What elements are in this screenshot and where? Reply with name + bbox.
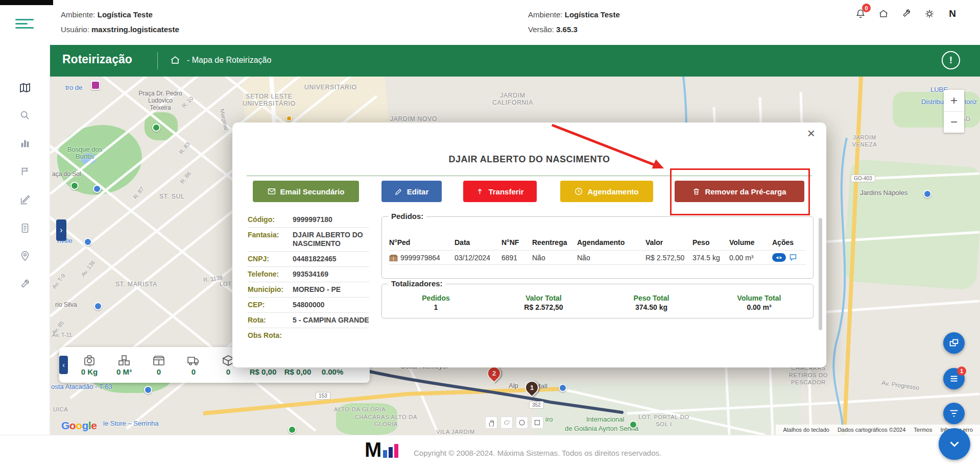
detail-row: Telefone:993534169 [248, 267, 369, 282]
zoom-out-button[interactable]: − [944, 112, 964, 133]
sidebar-item-chart-icon[interactable] [0, 133, 50, 154]
transit-marker-icon[interactable] [94, 302, 102, 310]
divider [247, 176, 812, 176]
zoom-control: + − [944, 90, 964, 133]
map-label: ST. SUL [159, 193, 185, 200]
maxima-logo: M [365, 441, 398, 458]
zoom-in-button[interactable]: + [944, 90, 964, 112]
notifications-bell-icon[interactable]: 0 [855, 8, 866, 19]
map-label: ST. MARISTA [115, 281, 157, 288]
store-marker-icon[interactable] [144, 386, 152, 394]
sidebar-item-routes-icon[interactable] [0, 161, 50, 182]
footer: M Copyright © 2008-2024. Máxima Sistemas… [0, 435, 980, 468]
stat-cargas: 0 [180, 354, 207, 376]
park-marker-icon[interactable] [70, 182, 79, 190]
total-pedidos: Pedidos 1 [382, 293, 490, 312]
header-icons: 0 N [855, 8, 958, 19]
panel-expander-button[interactable]: › [56, 219, 66, 241]
circle-select-icon[interactable] [516, 416, 528, 429]
map-label: SETOR LESTE UNIVERSITÁRIO [226, 93, 313, 107]
sidebar-item-map-icon[interactable] [0, 78, 50, 98]
wrench-icon[interactable] [901, 8, 912, 19]
stat-peso: Kg 0 Kg [76, 354, 103, 376]
sidebar-item-marker-icon[interactable] [0, 246, 50, 266]
transferir-button[interactable]: Transferir [463, 181, 537, 202]
filter-fab-icon[interactable] [943, 403, 965, 424]
close-icon[interactable]: × [807, 127, 815, 140]
map-label: JARDIM VENEZA [842, 134, 888, 148]
arrow-up-icon [476, 188, 484, 195]
email-secundario-button[interactable]: Email Secundário [253, 181, 359, 202]
detail-row: Rota:5 - CAMPINA GRANDE [248, 313, 369, 328]
breadcrumb-home-icon[interactable] [170, 55, 181, 66]
editar-button[interactable]: Editar [381, 181, 442, 202]
poi-marker-icon[interactable] [286, 115, 292, 121]
collapse-stats-button[interactable]: ‹ [59, 356, 68, 374]
pedidos-table: N°Ped Data N°NF Reentrega Agendamento Va… [389, 238, 806, 265]
stat-volume: 0 M³ [110, 354, 138, 376]
map-layers-fab-icon[interactable] [943, 332, 965, 354]
detail-row: Município:MORENO - PE [248, 282, 369, 298]
svg-text:Kg: Kg [88, 363, 91, 366]
sidebar-item-search-icon[interactable] [0, 105, 50, 126]
clock-icon [575, 187, 583, 195]
cubes-icon [117, 354, 131, 367]
park-marker-icon[interactable] [288, 426, 296, 434]
keyboard-shortcuts-link[interactable]: Atalhos do teclado [779, 427, 833, 433]
pencil-icon [395, 188, 402, 195]
shopping-marker-icon[interactable] [91, 81, 100, 90]
rectangle-select-icon[interactable] [531, 416, 543, 429]
hamburger-menu-icon[interactable] [15, 18, 36, 32]
detail-row: Código:9999997180 [248, 212, 369, 228]
sidebar-item-edit-icon[interactable] [0, 190, 50, 210]
park-marker-icon[interactable] [152, 124, 160, 132]
poi-marker-icon[interactable] [923, 190, 931, 198]
map-label: tro de [65, 84, 82, 91]
terms-link[interactable]: Termos [910, 427, 936, 433]
total-peso: Peso Total 374.50 kg [597, 293, 705, 312]
version-info: Ambiente: Logística Teste Versão: 3.65.3 [528, 7, 620, 37]
table-header-row: N°Ped Data N°NF Reentrega Agendamento Va… [389, 238, 806, 250]
route-list-fab-icon[interactable]: 1 [943, 368, 965, 389]
transit-marker-icon[interactable] [84, 238, 92, 246]
map-label: JARDIM NOVO [390, 115, 437, 122]
brand-n-icon[interactable]: N [947, 8, 958, 19]
ambiente-value: Logística Teste [98, 10, 153, 19]
map-label: Praça Dr. Pedro Ludovico Teixeira [137, 90, 184, 111]
alert-button[interactable]: ! [942, 51, 960, 69]
map-label: CHÁCARAS RETIROS DO PESCADOR [779, 364, 838, 386]
usuario-value: maxstring.logisticateste [91, 25, 179, 34]
remover-pre-carga-button[interactable]: Remover da Pré-carga [675, 181, 804, 202]
sidebar [0, 45, 50, 435]
map-label: le Store – Serrinha [103, 420, 158, 427]
transit-marker-icon[interactable] [93, 185, 101, 193]
home-icon[interactable] [878, 8, 889, 19]
total-valor: Valor Total R$ 2.572,50 [490, 293, 597, 312]
usuario-label: Usuário: [61, 25, 89, 34]
totals-grid: Pedidos 1 Valor Total R$ 2.572,50 Peso T… [382, 293, 813, 312]
agendamento-button[interactable]: Agendamento [560, 181, 653, 202]
view-order-eye-icon[interactable] [772, 253, 786, 262]
google-logo[interactable]: Google [61, 420, 97, 432]
sidebar-item-tools-icon[interactable] [0, 274, 50, 294]
totalizadores-legend: Totalizadores: [388, 279, 446, 288]
pan-hand-icon[interactable] [485, 416, 497, 429]
modal-title: DJAIR ALBERTO DO NASCIMENTO [232, 154, 826, 165]
scroll-down-fab-icon[interactable] [939, 428, 970, 460]
ambiente2-value: Logística Teste [565, 10, 620, 19]
page-title: Roteirização [62, 53, 132, 66]
sidebar-item-report-icon[interactable] [0, 218, 50, 238]
lodging-marker-icon[interactable] [559, 384, 567, 392]
notification-badge: 0 [862, 4, 871, 12]
detail-row: Fantasia:DJAIR ALBERTO DO NASCIMENTO [248, 228, 369, 252]
lasso-select-icon[interactable] [500, 416, 513, 429]
client-details: Código:9999997180 Fantasia:DJAIR ALBERTO… [248, 212, 369, 343]
gear-icon[interactable] [924, 8, 935, 19]
modal-scrollbar[interactable] [819, 218, 822, 330]
versao-label: Versão: [528, 25, 554, 34]
map-label: VILA JARDIM [436, 429, 475, 435]
title-bar: Roteirização - Mapa de Roteirização ! [50, 45, 980, 77]
total-volume: Volume Total 0.00 m³ [705, 293, 813, 312]
order-comment-icon[interactable] [789, 254, 797, 261]
airport-marker-icon[interactable] [629, 421, 637, 429]
